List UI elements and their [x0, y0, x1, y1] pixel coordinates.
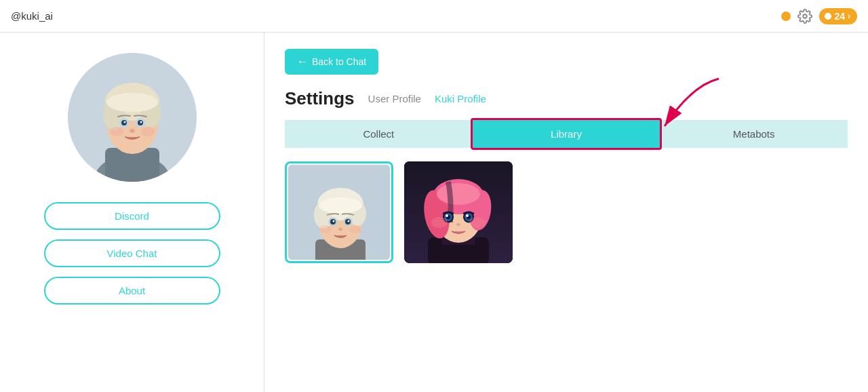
back-button-label: Back to Chat — [312, 56, 366, 67]
svg-point-37 — [349, 225, 361, 233]
about-button[interactable]: About — [44, 277, 220, 305]
avatar-card-2[interactable] — [404, 161, 513, 263]
svg-point-58 — [469, 217, 486, 228]
coins-dot-icon — [825, 13, 831, 20]
avatar-image — [68, 53, 197, 182]
sidebar: Discord Video Chat About — [0, 33, 264, 392]
coins-count: 24 — [834, 11, 845, 22]
discord-button[interactable]: Discord — [44, 202, 220, 230]
svg-point-0 — [804, 14, 808, 18]
svg-point-28 — [319, 197, 362, 214]
avatar-card-1-inner — [288, 165, 390, 260]
avatar — [68, 53, 197, 182]
tab-collect[interactable]: Collect — [285, 120, 473, 148]
svg-point-36 — [319, 225, 332, 233]
avatar-cards — [285, 161, 848, 263]
svg-point-34 — [348, 220, 350, 222]
svg-point-18 — [141, 127, 155, 136]
svg-point-15 — [140, 121, 142, 123]
back-to-chat-button[interactable]: ← Back to Chat — [285, 49, 378, 75]
status-dot — [781, 12, 791, 21]
header-right: 24 › — [781, 8, 857, 24]
svg-point-14 — [123, 121, 125, 123]
avatar-card-2-inner — [404, 161, 513, 263]
header: @kuki_ai 24 › — [0, 0, 868, 33]
svg-point-57 — [431, 217, 448, 228]
tab-library[interactable]: Library — [473, 120, 660, 148]
main-layout: Discord Video Chat About ← Back to Chat … — [0, 33, 868, 392]
sub-tabs: Collect Library Metabots — [285, 120, 848, 148]
library-tab-wrapper: Library — [473, 120, 660, 148]
content-area: ← Back to Chat Settings User Profile Kuk… — [264, 33, 868, 392]
svg-point-33 — [333, 220, 335, 222]
svg-point-35 — [338, 228, 342, 231]
coins-button[interactable]: 24 › — [819, 8, 857, 24]
back-arrow-icon: ← — [297, 56, 308, 68]
svg-point-16 — [130, 129, 135, 133]
gear-icon[interactable] — [797, 9, 812, 24]
username-label: @kuki_ai — [11, 10, 53, 22]
tab-metabots[interactable]: Metabots — [660, 120, 848, 148]
sidebar-buttons: Discord Video Chat About — [44, 202, 220, 305]
settings-header: Settings User Profile Kuki Profile — [285, 88, 848, 109]
tab-user-profile[interactable]: User Profile — [368, 93, 421, 104]
svg-point-9 — [106, 93, 158, 112]
chevron-right-icon: › — [848, 12, 850, 21]
svg-point-56 — [456, 223, 460, 226]
settings-title: Settings — [285, 88, 355, 109]
svg-point-54 — [446, 214, 448, 217]
avatar-card-1[interactable] — [285, 161, 393, 263]
video-chat-button[interactable]: Video Chat — [44, 239, 220, 267]
svg-point-55 — [466, 214, 469, 217]
svg-point-47 — [437, 183, 480, 205]
tab-kuki-profile[interactable]: Kuki Profile — [435, 93, 486, 104]
svg-point-17 — [110, 127, 123, 136]
